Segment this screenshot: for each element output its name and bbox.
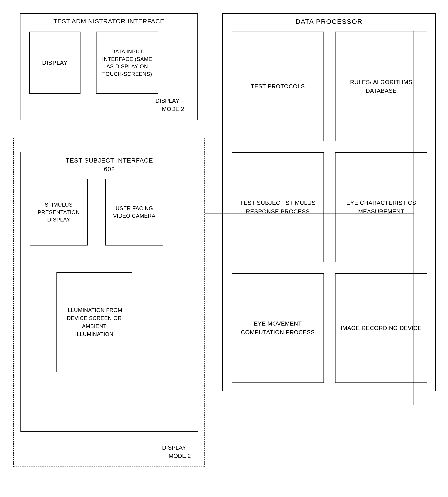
admin-interface-title: TEST ADMINISTRATOR INTERFACE — [20, 18, 197, 25]
subject-interface-outer: TEST SUBJECT INTERFACE 602 STIMULUS PRES… — [13, 138, 205, 467]
admin-display-box: DISPLAY — [29, 32, 80, 94]
data-processor-title: DATA PROCESSOR — [223, 18, 435, 25]
subject-number: 602 — [104, 166, 115, 173]
connector-camera-h — [197, 214, 205, 214]
dp-box-image-recording: IMAGE RECORDING DEVICE — [335, 273, 427, 383]
stimulus-display-box: STIMULUS PRESENTATION DISPLAY — [30, 179, 88, 245]
admin-display-mode-label: DISPLAY –MODE 2 — [155, 97, 184, 113]
dp-box-test-protocols: TEST PROTOCOLS — [232, 32, 324, 141]
dp-box-stimulus-response: TEST SUBJECT STIMULUS RESPONSE PROCESS — [232, 152, 324, 262]
subject-interface-title: TEST SUBJECT INTERFACE 602 — [21, 156, 198, 174]
left-section: TEST ADMINISTRATOR INTERFACE DISPLAY DAT… — [13, 13, 207, 480]
dp-box-label-test-protocols: TEST PROTOCOLS — [251, 82, 305, 91]
dp-box-eye-movement: EYE MOVEMENT COMPUTATION PROCESS — [232, 273, 324, 383]
admin-interface-box: TEST ADMINISTRATOR INTERFACE DISPLAY DAT… — [20, 13, 198, 120]
data-input-label: DATA INPUT INTERFACE (SAME AS DISPLAY ON… — [100, 48, 155, 78]
dp-box-rules-algorithms: RULES/ ALGORITHMS DATABASE — [335, 32, 427, 141]
dp-box-eye-characteristics: EYE CHARACTERISTICS MEASUREMENT — [335, 152, 427, 262]
admin-display-label: DISPLAY — [42, 59, 68, 66]
dp-box-label-eye-movement: EYE MOVEMENT COMPUTATION PROCESS — [237, 319, 319, 337]
dp-box-label-rules-algorithms: RULES/ ALGORITHMS DATABASE — [340, 78, 422, 95]
stimulus-display-label: STIMULUS PRESENTATION DISPLAY — [33, 201, 84, 224]
right-section: DATA PROCESSOR TEST PROTOCOLS RULES/ ALG… — [222, 13, 436, 391]
dp-box-label-image-recording: IMAGE RECORDING DEVICE — [341, 324, 422, 333]
video-camera-box: USER FACING VIDEO CAMERA — [105, 179, 163, 245]
diagram-container: TEST ADMINISTRATOR INTERFACE DISPLAY DAT… — [13, 13, 436, 485]
data-input-box: DATA INPUT INTERFACE (SAME AS DISPLAY ON… — [96, 32, 158, 94]
dp-box-label-eye-characteristics: EYE CHARACTERISTICS MEASUREMENT — [340, 199, 422, 216]
video-camera-label: USER FACING VIDEO CAMERA — [109, 205, 160, 220]
dp-grid: TEST PROTOCOLS RULES/ ALGORITHMS DATABAS… — [232, 32, 427, 383]
subject-interface-inner: TEST SUBJECT INTERFACE 602 STIMULUS PRES… — [20, 152, 198, 432]
subject-display-mode-label: DISPLAY –MODE 2 — [162, 444, 191, 460]
dp-box-label-stimulus-response: TEST SUBJECT STIMULUS RESPONSE PROCESS — [237, 199, 319, 216]
illumination-box: ILLUMINATION FROM DEVICE SCREEN OR AMBIE… — [56, 272, 132, 372]
illumination-label: ILLUMINATION FROM DEVICE SCREEN OR AMBIE… — [63, 306, 126, 338]
